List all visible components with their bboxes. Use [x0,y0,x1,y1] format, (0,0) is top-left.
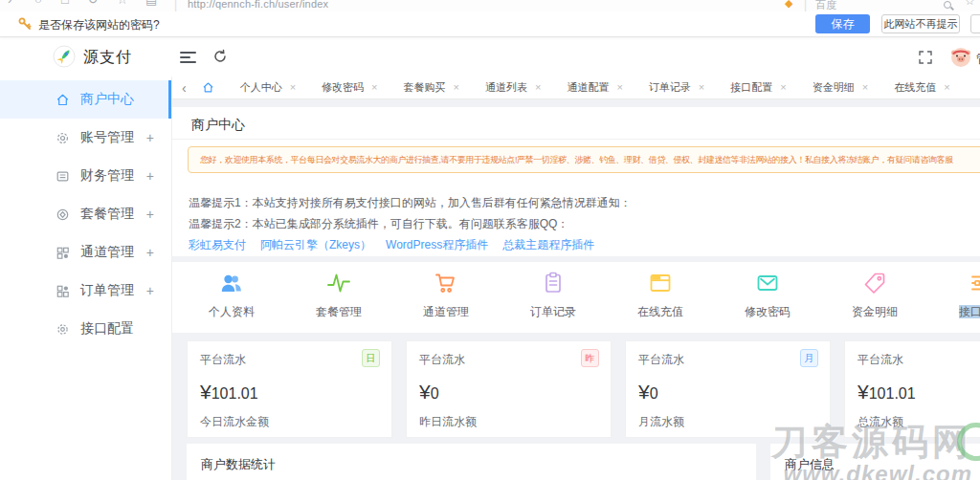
pulse-icon [326,271,351,295]
quick-action-password[interactable]: 修改密码 [714,262,821,333]
close-icon[interactable]: × [371,82,377,93]
close-icon[interactable]: × [616,82,622,93]
tab-package-purchase[interactable]: 套餐购买× [404,80,459,95]
quick-action-funds[interactable]: 资金明细 [821,262,928,333]
merchant-stats-panel: 商户数据统计 [187,444,756,480]
extension-icon[interactable]: ◆ [785,0,792,10]
warning-notice: 您好，欢迎使用本系统，平台每日会对交易流水大的商户进行抽查,请不要用于违规站点!… [188,146,980,173]
plugin-links: 彩虹易支付 阿帕云引擎（Zkeys） WordPress程序插件 总裁主题程序插… [189,237,594,253]
quick-actions-panel: 个人资料 套餐管理 通道管理 订单记录 在线充值 [172,262,980,333]
stat-card-total: 平台流水 ¥101.01 总流水额 [844,340,980,438]
link-wordpress-plugin[interactable]: WordPress程序插件 [386,237,488,253]
forward-icon[interactable]: › [8,0,11,7]
panel-title: 商户信息 [785,456,835,473]
key-icon [17,16,33,32]
sidebar-item-finance[interactable]: 财务管理 + [0,157,171,195]
expand-icon[interactable]: + [146,207,154,222]
home-icon[interactable]: □ [61,0,69,7]
link-rainbow-pay[interactable]: 彩虹易支付 [189,237,246,253]
tabs-scroll-left-icon[interactable]: ‹ [182,81,187,95]
home-tab-icon[interactable] [202,81,214,94]
quick-action-api-config[interactable]: 接口配置 [928,262,980,333]
sidebar-item-account[interactable]: 账号管理 + [0,119,171,157]
order-grid-icon [56,284,70,298]
expand-icon[interactable]: + [146,283,154,298]
stat-caption: 月流水额 [638,414,684,430]
dismiss-button[interactable]: 此网站不再提示 [881,14,960,33]
divider [172,139,980,140]
user-avatar[interactable] [949,45,972,68]
tag-icon [862,271,887,295]
search-input[interactable]: 百度 [815,0,836,11]
close-icon[interactable]: × [780,82,786,93]
divider: | [804,0,807,11]
fullscreen-icon[interactable] [919,51,932,64]
sidebar-item-order[interactable]: 订单管理 + [0,272,171,310]
browser-toolbar[interactable]: › ○ □ ↺ ☆ ▤ | http://qennch-fi.ch/user/i… [0,0,980,11]
sidebar-item-channel[interactable]: 通道管理 + [0,233,171,272]
close-icon[interactable]: × [454,82,459,93]
stat-cards-row: 平台流水 日 ¥101.01 今日流水金额 平台流水 昨 ¥0 昨日流水额 平台… [172,340,980,438]
reload-icon[interactable]: ○ [34,0,42,7]
stat-amount: ¥101.01 [858,381,916,404]
quick-action-channel[interactable]: 通道管理 [392,262,500,333]
sidebar-item-merchant-center[interactable]: 商户中心 [0,80,171,119]
link-apayun-zkeys[interactable]: 阿帕云引擎（Zkeys） [260,237,371,253]
collapse-menu-icon[interactable] [180,52,196,66]
page-icon[interactable]: ▤ [145,0,157,7]
save-password-bar: 是否保存该网站的密码? 保存 此网站不再提示 [0,11,980,37]
sidebar-item-package[interactable]: 套餐管理 + [0,195,171,233]
expand-icon[interactable]: + [146,168,154,184]
package-icon [56,207,70,222]
stat-amount: ¥0 [419,381,439,404]
mail-icon [755,271,780,295]
sliders-icon [969,271,980,295]
window-icon [648,271,673,295]
rocket-logo-icon[interactable] [53,45,76,68]
stat-caption: 今日流水金额 [200,414,269,430]
merchant-center-panel: 商户中心 您好，欢迎使用本系统，平台每日会对交易流水大的商户进行抽查,请不要用于… [172,107,980,256]
search-icon[interactable] [944,1,951,9]
link-zongcai-theme-plugin[interactable]: 总裁主题程序插件 [502,237,594,253]
close-icon[interactable]: × [699,82,704,93]
expand-icon[interactable]: + [146,130,154,145]
page-title: 商户中心 [191,117,245,134]
tab-online-recharge[interactable]: 在线充值× [894,80,949,95]
tab-api-config[interactable]: 接口配置× [730,80,786,95]
history-icon[interactable]: ↺ [88,0,99,7]
close-icon[interactable]: × [862,82,868,93]
tab-change-password[interactable]: 修改密码× [322,80,377,95]
api-gear-icon [56,322,70,337]
stat-caption: 总流水额 [858,414,903,430]
yesterday-badge: 昨 [581,349,599,367]
tab-personal-center[interactable]: 个人中心× [240,80,296,95]
stat-card-today: 平台流水 日 ¥101.01 今日流水金额 [187,340,392,438]
tab-fund-detail[interactable]: 资金明细× [813,80,868,95]
stat-card-month: 平台流水 月 ¥0 月流水额 [625,340,831,438]
quick-action-package[interactable]: 套餐管理 [285,262,392,333]
close-icon[interactable]: × [944,82,949,93]
tab-order-record[interactable]: 订单记录× [649,80,704,95]
save-button[interactable]: 保存 [815,14,870,33]
password-prompt-text: 是否保存该网站的密码? [38,17,160,33]
expand-icon[interactable]: + [146,245,154,260]
close-icon[interactable]: × [290,82,296,93]
tab-channel-list[interactable]: 通道列表× [485,80,541,95]
favorites-icon[interactable]: ☆ [965,0,975,8]
address-bar[interactable]: http://qennch-fi.ch/user/index [188,0,328,10]
stat-card-yesterday: 平台流水 昨 ¥0 昨日流水额 [406,340,612,438]
tab-channel-config[interactable]: 通道配置× [567,80,622,95]
clipped-button[interactable] [970,14,980,33]
sidebar-item-api-config[interactable]: 接口配置 [0,310,171,348]
quick-action-profile[interactable]: 个人资料 [178,262,285,333]
refresh-icon[interactable] [212,49,228,64]
day-badge: 日 [362,349,380,367]
app-title[interactable]: 源支付 [83,48,132,68]
quick-action-recharge[interactable]: 在线充值 [607,262,714,333]
close-icon[interactable]: × [535,82,541,93]
quick-action-orders[interactable]: 订单记录 [500,262,607,333]
tip-2: 温馨提示2：本站已集成部分系统插件，可自行下载。有问题联系客服QQ： [189,216,568,232]
month-badge: 月 [800,349,818,367]
bookmark-star-icon[interactable]: ☆ [117,0,128,7]
user-name[interactable]: 管理员 [976,51,980,68]
